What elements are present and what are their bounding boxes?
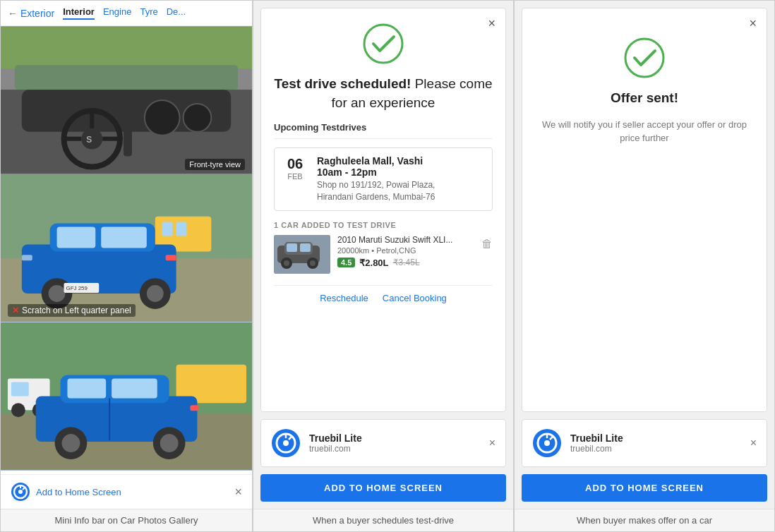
car-thumb-svg	[274, 235, 330, 274]
svg-rect-59	[287, 243, 297, 252]
back-button[interactable]: ← Exterior	[8, 8, 54, 19]
add-to-homescreen-btn-2[interactable]: ADD TO HOME SCREEN	[260, 474, 506, 502]
image-label-interior: Front-tyre view	[185, 159, 245, 170]
svg-point-64	[310, 260, 316, 266]
svg-point-67	[283, 440, 289, 446]
pwa-install-bar-2: Truebil Lite truebil.com ×	[260, 419, 506, 467]
car-rating: 4.5	[337, 258, 355, 267]
modal-close-3[interactable]: ×	[749, 17, 757, 30]
exterior-bot-svg	[1, 322, 252, 470]
svg-rect-43	[67, 379, 106, 399]
panel1-caption: Mini Info bar on Car Photos Gallery	[1, 509, 252, 531]
svg-rect-40	[180, 368, 243, 393]
pwa-install-bar-3: Truebil Lite truebil.com ×	[522, 419, 767, 467]
slot-address: Shop no 191/192, Powai Plaza,Hirandani G…	[317, 179, 485, 203]
tab-engine[interactable]: Engine	[103, 6, 131, 20]
booking-actions: Reschedule Cancel Booking	[274, 285, 493, 303]
date-box: 06 FEB	[282, 155, 308, 203]
cancel-booking-link[interactable]: Cancel Booking	[383, 293, 447, 303]
pwa-url-3: truebil.com	[570, 444, 743, 454]
modal-title-testdrive: Test drive scheduled! Please come for an…	[274, 75, 493, 112]
svg-rect-24	[101, 227, 147, 248]
modal-title-offer: Offer sent!	[535, 89, 754, 108]
car-images: S Front-tyre view	[1, 26, 252, 474]
pwa-text-2: Truebil Lite truebil.com	[309, 433, 482, 454]
svg-point-48	[160, 434, 179, 452]
date-month: FEB	[287, 172, 302, 181]
svg-point-26	[49, 285, 66, 302]
car-info: 2010 Maruti Suzuki Swift XLI... 20000km …	[337, 235, 474, 268]
car-item: 2010 Maruti Suzuki Swift XLI... 20000km …	[274, 235, 493, 274]
interior-photo: S Front-tyre view	[1, 26, 252, 174]
scratch-icon: ✕	[12, 306, 19, 315]
car-thumbnail	[274, 235, 330, 274]
infobar-close[interactable]: ×	[234, 485, 242, 500]
tab-interior[interactable]: Interior	[63, 6, 95, 20]
car-item-actions: 🗑	[481, 235, 493, 250]
truebil-pwa-icon-2	[271, 428, 301, 458]
image-exterior-mid: GFJ 259 ✕ Scratch on Left quarter panel	[1, 174, 252, 322]
svg-point-28	[147, 285, 164, 302]
car-price-current: ₹2.80L	[359, 258, 388, 268]
interior-svg: S	[1, 26, 252, 174]
svg-rect-23	[57, 227, 96, 248]
car-price-row: 4.5 ₹2.80L ₹3.45L	[337, 258, 474, 268]
panel3-caption: When buyer makes offer on a car	[515, 509, 774, 531]
testdrive-modal: × Test drive scheduled! Please come for …	[260, 8, 506, 412]
date-day: 06	[287, 157, 303, 171]
reschedule-link[interactable]: Reschedule	[320, 293, 368, 303]
svg-rect-36	[11, 382, 29, 397]
pwa-url-2: truebil.com	[309, 444, 482, 454]
panel2-caption: When a buyer schedules test-drive	[253, 509, 513, 531]
svg-point-10	[184, 104, 212, 132]
truebil-pwa-icon-3	[532, 428, 562, 458]
exterior-bot-photo	[1, 322, 252, 471]
svg-text:GFJ 259: GFJ 259	[66, 285, 88, 291]
svg-rect-29	[166, 255, 176, 260]
scratch-label: ✕ Scratch on Left quarter panel	[8, 304, 136, 317]
svg-rect-19	[162, 222, 173, 236]
svg-point-9	[145, 100, 180, 135]
svg-text:S: S	[86, 135, 92, 145]
pwa-close-2[interactable]: ×	[489, 437, 495, 449]
gallery-nav: ← Exterior Interior Engine Tyre De...	[1, 1, 252, 26]
infobar-text: Add to Home Screen	[36, 487, 121, 497]
svg-rect-20	[176, 222, 187, 236]
slot-time: 10am - 12pm	[317, 167, 485, 178]
exterior-mid-photo: GFJ 259 ✕ Scratch on Left quarter panel	[1, 174, 252, 322]
svg-point-37	[11, 403, 25, 417]
svg-point-55	[364, 25, 402, 63]
panel-car-gallery: ← Exterior Interior Engine Tyre De...	[0, 0, 253, 532]
truebil-icon-small	[11, 482, 30, 502]
modal-subtitle-offer: We will notify you if seller accept your…	[535, 118, 754, 145]
car-price-old: ₹3.45L	[393, 258, 420, 267]
pwa-close-3[interactable]: ×	[750, 437, 757, 449]
svg-point-62	[284, 260, 289, 266]
tab-de[interactable]: De...	[167, 6, 186, 20]
pwa-infobar: Add to Home Screen ×	[1, 474, 252, 509]
nav-tabs: Interior Engine Tyre De...	[63, 6, 186, 20]
exterior-mid-svg: GFJ 259	[1, 174, 252, 322]
delete-car-icon[interactable]: 🗑	[481, 238, 493, 250]
testdrive-slot: 06 FEB Raghuleela Mall, Vashi 10am - 12p…	[274, 147, 493, 211]
tab-tyre[interactable]: Tyre	[140, 6, 157, 20]
car-specs: 20000km • Petrol,CNG	[337, 246, 474, 255]
check-icon-container-3	[535, 37, 754, 79]
svg-point-72	[544, 440, 550, 446]
car-added-label: 1 CAR ADDED TO TEST DRIVE	[274, 221, 493, 229]
svg-point-53	[18, 490, 23, 494]
success-check-icon-3	[623, 37, 666, 79]
svg-rect-14	[15, 65, 238, 90]
pwa-app-name-3: Truebil Lite	[570, 433, 743, 444]
panel-testdrive: × Test drive scheduled! Please come for …	[253, 0, 514, 532]
svg-rect-30	[22, 255, 32, 260]
add-to-homescreen-btn-3[interactable]: ADD TO HOME SCREEN	[522, 474, 767, 502]
success-check-icon	[362, 23, 404, 65]
upcoming-testdrives-label: Upcoming Testdrives	[274, 122, 493, 139]
svg-rect-50	[190, 405, 198, 411]
svg-rect-60	[300, 243, 311, 252]
slot-location: Raghuleela Mall, Vashi	[317, 155, 485, 167]
svg-point-69	[625, 39, 663, 77]
car-name: 2010 Maruti Suzuki Swift XLI...	[337, 235, 474, 245]
modal-close-1[interactable]: ×	[488, 17, 495, 30]
